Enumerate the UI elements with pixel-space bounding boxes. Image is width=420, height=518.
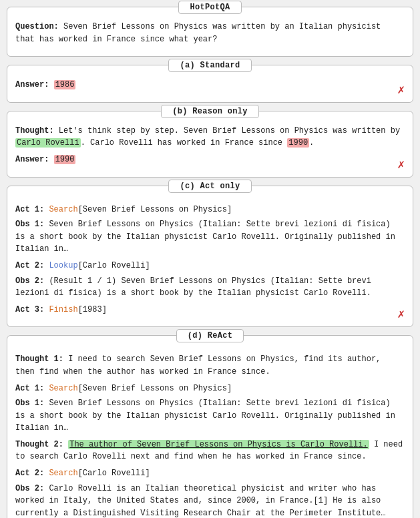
obs1-text: Seven Brief Lessons on Physics (Italian:… bbox=[15, 220, 395, 254]
act3-line: Act 3: Finish[1983] bbox=[15, 304, 405, 316]
react-act2-text: [Carlo Rovelli] bbox=[78, 469, 150, 478]
act3-text: [1983] bbox=[78, 305, 107, 314]
reason-answer-label: Answer: bbox=[15, 155, 49, 164]
obs1-label: Obs 1: bbox=[15, 220, 44, 229]
act-only-label: (c) Act only bbox=[168, 180, 251, 193]
react-obs2-label: Obs 2: bbox=[15, 484, 44, 493]
standard-body: Answer: 1986 bbox=[7, 76, 413, 97]
standard-answer-line: Answer: 1986 bbox=[15, 79, 405, 91]
react-act2-label: Act 2: bbox=[15, 469, 44, 478]
react-obs1-label: Obs 1: bbox=[15, 399, 44, 408]
standard-label: (a) Standard bbox=[168, 59, 251, 72]
reason-thought-text3: . bbox=[309, 138, 314, 148]
react-act2-link: Search bbox=[49, 469, 77, 478]
react-body: Thought 1: I need to search Seven Brief … bbox=[7, 346, 413, 518]
reason-only-body: Thought: Let's think step by step. Seven… bbox=[7, 122, 413, 172]
act1-link: Search bbox=[49, 205, 77, 214]
act3-block: Act 3: Finish[1983] bbox=[15, 304, 405, 316]
reason-thought-text2: . Carlo Rovelli has worked in France sin… bbox=[81, 138, 288, 148]
act2-label: Act 2: bbox=[15, 261, 44, 270]
react-obs2-text: Carlo Rovelli is an Italian theoretical … bbox=[15, 484, 386, 518]
standard-answer-value: 1986 bbox=[54, 80, 76, 89]
act1-block: Act 1: Search[Seven Brief Lessons on Phy… bbox=[15, 204, 405, 256]
act-wrong-icon: ✗ bbox=[397, 306, 405, 321]
hotpotqa-section: HotPotQA Question: Seven Brief Lessons o… bbox=[7, 7, 413, 57]
standard-answer-label: Answer: bbox=[15, 80, 49, 89]
reason-answer-value: 1990 bbox=[54, 155, 76, 164]
react-section: (d) ReAct Thought 1: I need to search Se… bbox=[7, 335, 413, 518]
hotpotqa-header: HotPotQA bbox=[7, 1, 413, 14]
react-thought1-line: Thought 1: I need to search Seven Brief … bbox=[15, 353, 405, 378]
react-thought1-text: I need to search Seven Brief Lessons on … bbox=[15, 354, 381, 376]
react-act1-label: Act 1: bbox=[15, 384, 44, 393]
react-act1-text: [Seven Brief Lessons on Physics] bbox=[78, 384, 232, 393]
question-label: Question: bbox=[15, 22, 59, 31]
act1-text: [Seven Brief Lessons on Physics] bbox=[78, 205, 232, 214]
react-thought1-block: Thought 1: I need to search Seven Brief … bbox=[15, 353, 405, 378]
standard-wrong-icon: ✗ bbox=[397, 82, 405, 97]
reason-wrong-icon: ✗ bbox=[397, 157, 405, 172]
reason-thought-line: Thought: Let's think step by step. Seven… bbox=[15, 125, 405, 150]
react-obs2-line: Obs 2: Carlo Rovelli is an Italian theor… bbox=[15, 483, 405, 518]
react-thought2-block: Thought 2: The author of Seven Brief Les… bbox=[15, 439, 405, 463]
act2-link: Lookup bbox=[49, 261, 77, 270]
react-label: (d) ReAct bbox=[176, 329, 244, 342]
obs2-label: Obs 2: bbox=[15, 276, 44, 286]
standard-section: (a) Standard Answer: 1986 ✗ bbox=[7, 65, 413, 103]
reason-year-highlight: 1990 bbox=[287, 138, 309, 148]
react-thought2-highlight: The author of Seven Brief Lessons on Phy… bbox=[68, 440, 369, 449]
obs1-line: Obs 1: Seven Brief Lessons on Physics (I… bbox=[15, 218, 405, 256]
act-only-body: Act 1: Search[Seven Brief Lessons on Phy… bbox=[7, 197, 413, 322]
obs2-line: Obs 2: (Result 1 / 1) Seven Brief Lesson… bbox=[15, 275, 405, 300]
react-obs1-text: Seven Brief Lessons on Physics (Italian:… bbox=[15, 399, 395, 433]
question-line: Question: Seven Brief Lessons on Physics… bbox=[15, 21, 405, 45]
react-thought2-label: Thought 2: bbox=[15, 440, 63, 449]
reason-only-section: (b) Reason only Thought: Let's think ste… bbox=[7, 111, 413, 178]
act1-line: Act 1: Search[Seven Brief Lessons on Phy… bbox=[15, 204, 405, 216]
act2-block: Act 2: Lookup[Carlo Rovelli] Obs 2: (Res… bbox=[15, 260, 405, 300]
question-text: Seven Brief Lessons on Physics was writt… bbox=[15, 22, 381, 44]
act3-label: Act 3: bbox=[15, 305, 44, 314]
hotpotqa-label: HotPotQA bbox=[178, 1, 241, 14]
reason-answer-line: Answer: 1990 bbox=[15, 154, 405, 166]
react-act2-line: Act 2: Search[Carlo Rovelli] bbox=[15, 467, 405, 480]
reason-thought-label: Thought: bbox=[15, 126, 54, 136]
react-act1-link: Search bbox=[49, 384, 77, 393]
obs2-text: (Result 1 / 1) Seven Brief Lessons on Ph… bbox=[15, 276, 371, 298]
reason-thought-text1: Let's think step by step. Seven Brief Le… bbox=[59, 126, 400, 136]
act1-label: Act 1: bbox=[15, 205, 44, 214]
act-only-header: (c) Act only bbox=[7, 180, 413, 193]
reason-only-header: (b) Reason only bbox=[7, 105, 413, 118]
react-act1-line: Act 1: Search[Seven Brief Lessons on Phy… bbox=[15, 382, 405, 395]
act2-text: [Carlo Rovelli] bbox=[78, 261, 150, 270]
act3-link: Finish bbox=[49, 305, 77, 314]
react-thought2-line: Thought 2: The author of Seven Brief Les… bbox=[15, 439, 405, 463]
react-header: (d) ReAct bbox=[7, 329, 413, 342]
react-obs1-line: Obs 1: Seven Brief Lessons on Physics (I… bbox=[15, 397, 405, 435]
react-act1-block: Act 1: Search[Seven Brief Lessons on Phy… bbox=[15, 382, 405, 435]
react-thought1-label: Thought 1: bbox=[15, 354, 63, 364]
react-act2-block: Act 2: Search[Carlo Rovelli] Obs 2: Carl… bbox=[15, 467, 405, 518]
act-only-section: (c) Act only Act 1: Search[Seven Brief L… bbox=[7, 186, 413, 328]
standard-header: (a) Standard bbox=[7, 59, 413, 72]
reason-carlo-highlight: Carlo Rovelli bbox=[15, 138, 81, 148]
reason-only-label: (b) Reason only bbox=[161, 105, 259, 118]
act2-line: Act 2: Lookup[Carlo Rovelli] bbox=[15, 260, 405, 272]
hotpotqa-body: Question: Seven Brief Lessons on Physics… bbox=[7, 18, 413, 51]
